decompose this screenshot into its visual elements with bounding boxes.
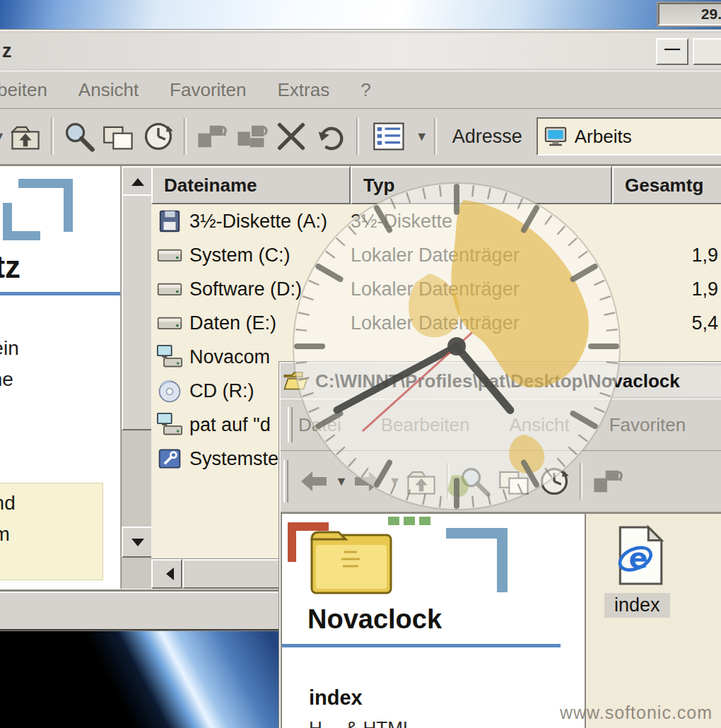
scroll-down-button[interactable] <box>122 527 154 558</box>
toolbar-grip[interactable] <box>283 460 288 503</box>
drive-name[interactable]: 3½-Diskette (A:) <box>189 211 327 233</box>
drive-row[interactable]: 3½-Diskette (A:)3½-Diskette <box>151 204 721 238</box>
window2-file-pane: e index <box>585 514 721 728</box>
minimize-button[interactable]: — <box>656 38 688 65</box>
toolbar-separator <box>51 118 54 155</box>
folders-button[interactable] <box>495 460 534 503</box>
hdd-icon <box>156 276 184 303</box>
undo-button[interactable] <box>311 115 351 158</box>
wallpaper-earth-top <box>0 0 721 31</box>
back-dropdown-icon[interactable]: ▼ <box>335 474 348 489</box>
history-button[interactable] <box>139 115 178 158</box>
menu-item-ansicht[interactable]: Ansicht <box>78 79 139 101</box>
back-button[interactable] <box>294 460 334 503</box>
scroll-left-button[interactable] <box>151 559 182 589</box>
views-dropdown-icon[interactable]: ▼ <box>416 129 428 144</box>
search-button[interactable] <box>59 115 99 158</box>
menu-item-datei[interactable]: Datei <box>298 414 341 436</box>
column-header-type[interactable]: Typ <box>351 166 612 204</box>
window1-webview-panel: atz e eineinel undem <box>0 166 121 589</box>
drive-name[interactable]: Software (D:) <box>189 278 302 300</box>
drive-row[interactable]: Software (D:)Lokaler Datenträger1,9 <box>151 272 721 306</box>
window1-titlebar[interactable]: z — <box>0 33 721 69</box>
menu-item-bearbeiten[interactable]: Bearbeiten <box>381 414 470 436</box>
drive-size: 5,4 <box>612 312 721 334</box>
menubar-grip[interactable] <box>288 407 293 442</box>
window2-menubar: DateiBearbeitenAnsichtFavoriten <box>281 399 721 451</box>
drive-row[interactable]: System (C:)Lokaler Datenträger1,9 <box>151 238 721 272</box>
menu-item-favoriten[interactable]: Favoriten <box>170 79 246 101</box>
back-dropdown-icon[interactable]: ▼ <box>0 129 6 144</box>
up-button[interactable] <box>401 460 441 503</box>
cd-icon <box>156 377 184 404</box>
infobox-text-fragment: em <box>0 519 102 550</box>
file-label-index[interactable]: index <box>604 593 670 618</box>
menu-item-[interactable]: ? <box>360 79 370 101</box>
folder-icon <box>283 370 308 392</box>
webview-text-fragment: e ein <box>0 333 19 364</box>
maximize-button[interactable] <box>693 38 721 65</box>
forward-button[interactable] <box>348 460 387 503</box>
column-header-name[interactable]: Dateiname <box>151 166 351 204</box>
toolbar-separator <box>580 463 582 500</box>
network-icon <box>156 344 184 370</box>
scrollbar-thumb[interactable] <box>122 194 154 430</box>
scroll-up-button[interactable] <box>122 166 154 197</box>
arrow-up-icon <box>131 178 144 186</box>
network-icon <box>156 411 184 438</box>
address-label: Adresse <box>452 126 522 148</box>
drive-size: 1,9 <box>612 245 721 266</box>
drive-type: Lokaler Datenträger <box>351 245 612 266</box>
drive-name[interactable]: System (C:) <box>189 245 291 266</box>
folders-button[interactable] <box>99 115 139 158</box>
up-button[interactable] <box>6 115 45 158</box>
drive-name[interactable]: Daten (E:) <box>189 312 276 334</box>
drive-type: Lokaler Datenträger <box>351 278 612 300</box>
drive-name[interactable]: CD (R:) <box>189 380 254 402</box>
drive-name[interactable]: Novacom <box>189 346 270 368</box>
drive-type: Lokaler Datenträger <box>351 312 612 334</box>
drive-name[interactable]: pat auf "d <box>189 414 271 436</box>
history-button[interactable] <box>534 460 574 503</box>
menu-item-extras[interactable]: Extras <box>278 79 330 101</box>
arrow-left-icon <box>160 568 174 580</box>
novaclock-date-display[interactable]: 29. <box>658 3 721 25</box>
webview-selected-item-name: index <box>309 686 363 710</box>
sidebar-scrollbar[interactable] <box>121 166 151 589</box>
webview-text-lines: e eineinel <box>0 333 19 426</box>
webview-text-fragment: l <box>0 395 19 426</box>
drive-row[interactable]: Daten (E:)Lokaler Datenträger5,4 <box>151 306 721 340</box>
control-icon <box>156 445 184 472</box>
menu-item-favoriten[interactable]: Favoriten <box>609 414 686 436</box>
window2-titlebar[interactable]: C:\WINNT\Profiles\pat\Desktop\Novaclock <box>283 365 721 397</box>
views-button[interactable] <box>365 115 414 158</box>
column-header-size[interactable]: Gesamtg <box>612 166 721 204</box>
window2-toolbar: ▼ ▼ <box>281 451 721 512</box>
move-to-button[interactable] <box>192 115 232 158</box>
drive-name[interactable]: Systemste <box>189 448 279 470</box>
address-combobox[interactable]: Arbeits <box>537 117 721 155</box>
toolbar-separator <box>434 118 437 155</box>
menu-item-beiten[interactable]: beiten <box>0 79 47 101</box>
copy-to-button[interactable] <box>232 115 271 158</box>
search-button[interactable] <box>455 460 495 503</box>
window2-title: C:\WINNT\Profiles\pat\Desktop\Novaclock <box>315 370 680 392</box>
window2-webview-panel: Novaclock index H… & HTML <box>282 514 585 728</box>
move-to-button[interactable] <box>588 460 628 503</box>
softonic-watermark: www.softonic.com <box>560 703 713 723</box>
forward-dropdown-icon[interactable]: ▼ <box>389 474 401 489</box>
window1-menubar: beitenAnsichtFavoritenExtras? <box>0 71 721 109</box>
toolbar-separator <box>356 118 359 155</box>
folder-large-icon <box>302 521 401 600</box>
wallpaper-earth-bottom <box>0 625 281 728</box>
delete-button[interactable] <box>271 115 311 158</box>
desktop: z — beitenAnsichtFavoritenExtras? ▼ ▼ Ad… <box>0 0 721 728</box>
toolbar-separator <box>184 118 187 155</box>
webview-text-fragment: eine <box>0 364 19 395</box>
webview-title-fragment: atz <box>0 249 20 285</box>
menu-item-ansicht[interactable]: Ansicht <box>509 414 569 436</box>
html-file-icon[interactable]: e <box>611 524 668 587</box>
svg-text:e: e <box>629 542 648 575</box>
drive-type: 3½-Diskette <box>351 211 612 233</box>
my-computer-icon <box>544 125 568 148</box>
